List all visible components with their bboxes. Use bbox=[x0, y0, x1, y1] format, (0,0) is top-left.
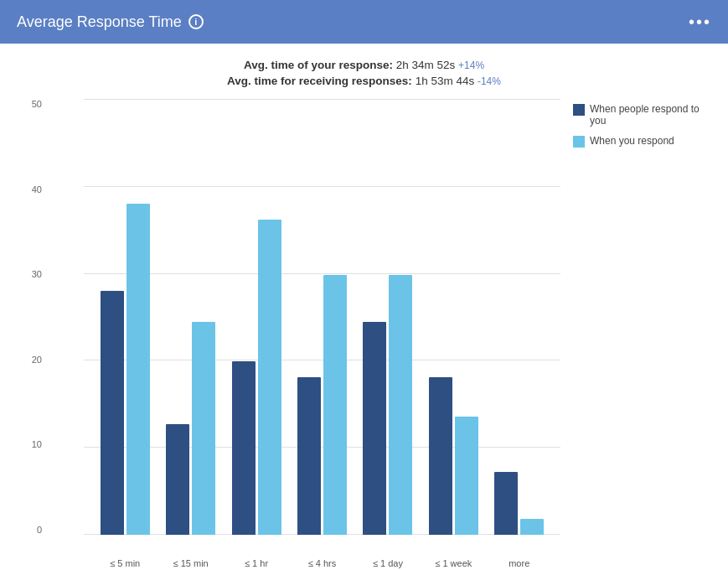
header: Average Response Time i ••• bbox=[0, 0, 728, 44]
legend-item: When people respond to you bbox=[573, 103, 703, 127]
legend-color-dark bbox=[573, 104, 585, 116]
avg-receiving-line: Avg. time for receiving responses: 1h 53… bbox=[0, 75, 728, 87]
legend-item: When you respond bbox=[573, 135, 703, 148]
bar-light bbox=[455, 417, 478, 535]
y-axis-label: 50 bbox=[17, 99, 42, 109]
y-axis-label: 10 bbox=[17, 439, 42, 449]
bar-group bbox=[421, 377, 486, 535]
bar-group bbox=[487, 472, 552, 535]
y-axis-label: 40 bbox=[17, 184, 42, 194]
bar-group bbox=[157, 322, 223, 535]
bar-light bbox=[126, 204, 150, 535]
app-container: Average Response Time i ••• Avg. time of… bbox=[0, 0, 728, 570]
bar-dark bbox=[363, 322, 386, 535]
bar-dark bbox=[101, 291, 124, 535]
bar-dark bbox=[297, 377, 321, 535]
y-axis-label: 30 bbox=[17, 269, 42, 279]
y-axis: 01020304050 bbox=[17, 99, 46, 535]
x-axis-label: ≤ 15 min bbox=[157, 558, 223, 568]
bars-area bbox=[84, 99, 560, 535]
avg-receiving-label: Avg. time for receiving responses: bbox=[227, 75, 412, 87]
stats-area: Avg. time of your response: 2h 34m 52s +… bbox=[0, 44, 728, 99]
avg-receiving-value: 1h 53m 44s bbox=[416, 75, 475, 87]
x-axis-label: ≤ 4 hrs bbox=[289, 558, 354, 568]
x-labels: ≤ 5 min≤ 15 min≤ 1 hr≤ 4 hrs≤ 1 day≤ 1 w… bbox=[84, 558, 560, 568]
y-axis-label: 0 bbox=[17, 525, 42, 535]
bar-group bbox=[355, 275, 421, 535]
legend-label: When you respond bbox=[590, 135, 674, 147]
bar-dark bbox=[494, 472, 518, 535]
avg-response-value: 2h 34m 52s bbox=[396, 59, 456, 71]
x-axis-label: ≤ 1 day bbox=[355, 558, 421, 568]
legend-color-light bbox=[573, 136, 585, 148]
chart-container: 01020304050 ≤ 5 min≤ 15 min≤ 1 hr≤ 4 hrs… bbox=[0, 99, 728, 570]
avg-response-change: +14% bbox=[458, 60, 484, 71]
avg-receiving-change: -14% bbox=[478, 75, 501, 87]
y-axis-label: 20 bbox=[17, 355, 42, 365]
bar-group bbox=[224, 220, 289, 535]
header-left: Average Response Time i bbox=[17, 13, 204, 31]
x-axis-label: ≤ 1 week bbox=[421, 558, 486, 568]
bar-light bbox=[323, 275, 347, 535]
legend: When people respond to youWhen you respo… bbox=[573, 99, 703, 156]
bar-dark bbox=[166, 424, 189, 535]
x-axis-label: ≤ 5 min bbox=[92, 558, 157, 568]
page-title: Average Response Time bbox=[17, 13, 182, 31]
menu-icon[interactable]: ••• bbox=[689, 13, 711, 32]
bar-light bbox=[192, 322, 215, 535]
avg-response-label: Avg. time of your response: bbox=[244, 59, 393, 71]
x-axis-label: more bbox=[487, 558, 552, 568]
legend-label: When people respond to you bbox=[590, 103, 703, 127]
bar-dark bbox=[429, 377, 452, 535]
chart-area: ≤ 5 min≤ 15 min≤ 1 hr≤ 4 hrs≤ 1 day≤ 1 w… bbox=[84, 99, 703, 570]
info-icon[interactable]: i bbox=[188, 14, 204, 29]
bar-dark bbox=[232, 361, 256, 535]
bar-light bbox=[520, 519, 544, 535]
x-axis-label: ≤ 1 hr bbox=[224, 558, 289, 568]
avg-response-line: Avg. time of your response: 2h 34m 52s +… bbox=[0, 59, 728, 71]
bar-group bbox=[289, 275, 354, 535]
bar-group bbox=[92, 204, 157, 535]
bar-light bbox=[389, 275, 412, 535]
bar-light bbox=[258, 220, 281, 535]
